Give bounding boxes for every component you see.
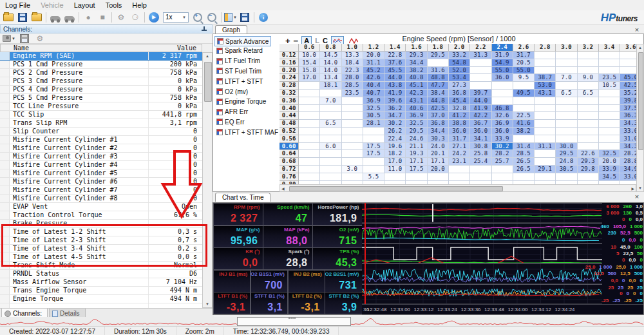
heatmap-cell[interactable]: 27.3	[449, 82, 470, 90]
heatmap-cell[interactable]: 42.6	[363, 74, 384, 82]
heatmap-cell[interactable]: 55.0	[513, 67, 535, 75]
scroll-down-icon[interactable]: ▼	[203, 302, 212, 306]
heatmap-col-header[interactable]: 2.0	[449, 44, 470, 52]
table-row[interactable]: TCC Line Pressure0 kPa	[0, 102, 202, 111]
scroll-right-icon[interactable]: ▶	[631, 186, 634, 191]
heatmap-cell[interactable]	[320, 150, 341, 158]
heatmap-cell[interactable]: 47.7	[428, 82, 449, 90]
graph-channel-spark-advance[interactable]: Spark Advance	[214, 36, 271, 46]
heatmap-col-header[interactable]: 0.6	[299, 44, 320, 52]
heatmap-cell[interactable]: 36.3	[620, 112, 636, 120]
heatmap-row-header[interactable]: 0.44	[279, 112, 299, 120]
heatmap-cell[interactable]: 31.9	[492, 52, 513, 59]
heatmap-cell[interactable]: 44.0	[470, 97, 491, 105]
heatmap-cell[interactable]: 22.3	[342, 67, 363, 75]
heatmap-cell[interactable]: 10.0	[299, 52, 320, 59]
heatmap-col-header[interactable]: 1.8	[428, 44, 449, 52]
heatmap-cell[interactable]: 38.2	[406, 67, 427, 75]
scroll-up-icon[interactable]: ▲	[637, 46, 643, 50]
table-row[interactable]: Trans Slip RPM3,1 rpm	[0, 119, 202, 128]
heatmap-cell[interactable]: 7.0	[556, 74, 577, 82]
heatmap-cell[interactable]: 42.2	[470, 112, 491, 120]
heatmap-cell[interactable]	[363, 135, 384, 143]
chart-strip-4[interactable]	[362, 263, 602, 283]
heatmap-cell[interactable]: 11.0	[384, 166, 406, 173]
heatmap-cell[interactable]: 33.9	[599, 166, 620, 173]
heatmap-cell[interactable]: 6.5	[556, 90, 577, 97]
heatmap-cell[interactable]	[556, 67, 577, 75]
heatmap-cell[interactable]: 28.5	[513, 150, 535, 158]
table-row[interactable]: Mass Airflow Sensor7 104 Hz	[0, 278, 202, 287]
heatmap-cell[interactable]: 29.5	[556, 150, 577, 158]
heatmap-cell[interactable]: 36.8	[428, 120, 449, 128]
heatmap-cell[interactable]	[299, 112, 320, 120]
heatmap-cell[interactable]: 38.8	[449, 120, 470, 128]
heatmap-cell[interactable]: 5.5	[363, 173, 384, 181]
graph-channel-ltft-stft[interactable]: LTFT + STFT	[214, 77, 265, 86]
heatmap-cell[interactable]	[578, 105, 599, 113]
heatmap-cell[interactable]	[556, 59, 577, 67]
graph-channel-eq-err[interactable]: EQ Err	[214, 117, 247, 126]
heatmap-cell[interactable]	[320, 105, 341, 113]
heatmap-cell[interactable]: 17.1	[428, 158, 449, 166]
heatmap-col-header[interactable]: 3.6	[620, 44, 636, 52]
graph-channel-st-fuel-trim[interactable]: ST Fuel Trim	[214, 66, 263, 75]
channel-settings-button[interactable]: ⚙	[33, 33, 46, 44]
record-button[interactable]: ●	[82, 12, 95, 23]
heatmap-cell[interactable]	[620, 52, 636, 59]
heatmap-cell[interactable]	[320, 135, 341, 143]
chart-cursor[interactable]	[365, 203, 366, 304]
heatmap-cell[interactable]	[470, 74, 491, 82]
heatmap-cell[interactable]: 42.3	[406, 90, 427, 97]
heatmap-cell[interactable]	[556, 120, 577, 128]
table-row[interactable]: Time of Latest 1-2 Shift0,3 s	[0, 228, 202, 236]
heatmap-cell[interactable]: 40.6	[406, 105, 427, 113]
heatmap-cell[interactable]: 43.1	[406, 97, 427, 105]
heatmap-cell[interactable]: 40.4	[363, 82, 384, 90]
heatmap-cell[interactable]	[320, 173, 341, 181]
heatmap-cell[interactable]	[535, 52, 556, 59]
heatmap-cell[interactable]: 31.3	[470, 52, 491, 59]
heatmap-cell[interactable]: 35.2	[620, 90, 636, 97]
heatmap-cell[interactable]	[342, 135, 363, 143]
heatmap-cell[interactable]: 17.5	[363, 143, 384, 151]
heatmap-cell[interactable]: 14.0	[320, 67, 341, 75]
table-row[interactable]: TCC Slip441,8 rpm	[0, 111, 202, 119]
tab-graph[interactable]: Graph	[215, 25, 247, 34]
power-button[interactable]: ⚆	[129, 12, 142, 23]
heatmap-cell[interactable]: 27.1	[449, 143, 470, 151]
heatmap-cell[interactable]: 23.5	[342, 90, 363, 97]
heatmap-cell[interactable]	[556, 52, 577, 59]
heatmap-cell[interactable]: 26.2	[384, 128, 406, 135]
heatmap-cell[interactable]: 30.3	[428, 135, 449, 143]
heatmap-cell[interactable]	[342, 143, 363, 151]
heatmap-row-header[interactable]: 0.32	[279, 90, 299, 97]
heatmap-cell[interactable]: 45.5	[384, 67, 406, 75]
table-row[interactable]: Misfire Current Cylinder #80	[0, 195, 202, 203]
scrollbar-thumb[interactable]	[204, 62, 212, 102]
vehicle-connect-button[interactable]	[49, 12, 62, 23]
heatmap-col-header[interactable]: 0.8	[320, 44, 341, 52]
table-row[interactable]: Time of Latest 4-5 Shift0,0 s	[0, 253, 202, 262]
heatmap-cell[interactable]: 32.5	[406, 120, 427, 128]
heatmap-cell[interactable]: 30.0	[556, 143, 577, 151]
table-row[interactable]	[0, 303, 202, 308]
heatmap-cell[interactable]	[578, 112, 599, 120]
heatmap-cell[interactable]: 30.2	[492, 143, 513, 151]
heatmap-cell[interactable]	[599, 128, 620, 135]
heatmap-cell[interactable]: 28.2	[492, 150, 513, 158]
heatmap-cell[interactable]: 44.0	[384, 74, 406, 82]
heatmap-cell[interactable]	[320, 166, 341, 173]
heatmap-cell[interactable]	[342, 97, 363, 105]
heatmap-cell[interactable]	[320, 90, 341, 97]
heatmap-cell[interactable]	[299, 97, 320, 105]
heatmap-col-header[interactable]: 1.0	[342, 44, 363, 52]
heatmap-cell[interactable]	[320, 112, 341, 120]
heatmap-cell[interactable]: 28.2	[620, 150, 636, 158]
heatmap-cell[interactable]: 40.7	[363, 90, 384, 97]
heatmap-cell[interactable]	[342, 128, 363, 135]
heatmap-cell[interactable]: 38.4	[428, 90, 449, 97]
heatmap-cell[interactable]: 36.0	[449, 128, 470, 135]
heatmap-cell[interactable]	[470, 166, 491, 173]
heatmap-cell[interactable]	[299, 135, 320, 143]
